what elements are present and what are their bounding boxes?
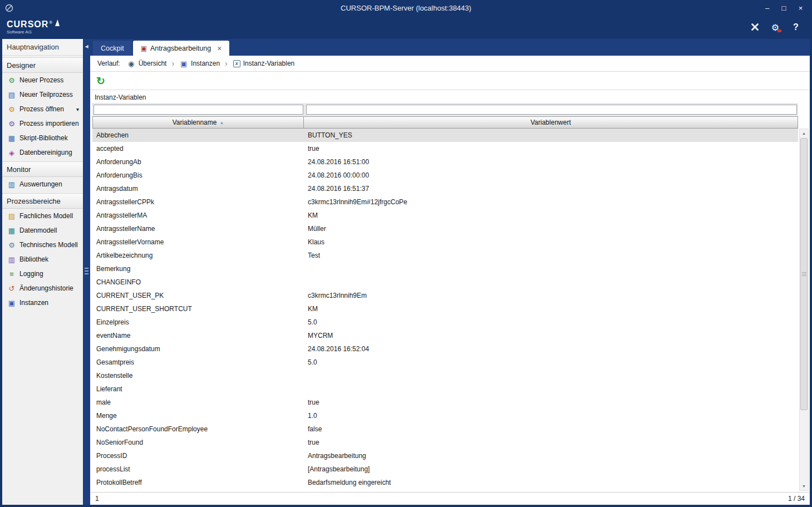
column-header-variablenname[interactable]: Variablenname▲	[92, 116, 304, 129]
table-row[interactable]: AnforderungBis24.08.2016 00:00:00	[92, 169, 798, 182]
minimize-button[interactable]: –	[763, 4, 771, 12]
sort-asc-icon: ▲	[219, 120, 224, 125]
cell-variablenwert: 5.0	[304, 356, 798, 369]
cell-variablenwert: Antragsbearbeitung	[304, 449, 798, 462]
cell-variablenname: NoSeniorFound	[92, 436, 304, 449]
table-row[interactable]: ProtokollBetreffBedarfsmeldung eingereic…	[92, 476, 798, 489]
sidebar-item-fachliches-modell[interactable]: ▤Fachliches Modell	[2, 209, 83, 223]
close-tab-icon[interactable]: ×	[217, 45, 222, 52]
table-row[interactable]: Genehmigungsdatum24.08.2016 16:52:04	[92, 342, 798, 356]
table-row[interactable]: AntragsstellerMAKM	[92, 209, 798, 222]
table-row[interactable]: eventNameMYCRM	[92, 329, 798, 342]
table-row[interactable]: AnforderungAb24.08.2016 16:51:00	[92, 155, 798, 169]
cell-variablenname: Bemerkung	[92, 262, 304, 275]
scrollbar-thumb[interactable]	[800, 138, 808, 410]
import-process-icon: ⚙	[7, 120, 16, 127]
column-header-variablenwert[interactable]: Variablenwert	[304, 116, 798, 129]
sidebar-item-prozess-importieren[interactable]: ⚙Prozess importieren	[2, 116, 83, 131]
scroll-up-button[interactable]: ▲	[800, 129, 808, 137]
cell-variablenname: NoContactPersonFoundForEmployee	[92, 422, 304, 436]
chevron-down-icon[interactable]: ▾	[76, 106, 83, 112]
tab-antragsbearbeitung[interactable]: ▣Antragsbearbeitung×	[133, 41, 230, 56]
table-row[interactable]: processList[Antragsbearbeitung]	[92, 462, 798, 476]
table-row[interactable]: CURRENT_USER_PKc3krmc13rlnnih9Em	[92, 289, 798, 302]
new-process-icon: ⚙	[7, 77, 16, 84]
cell-variablenwert	[304, 382, 798, 396]
breadcrumb: Verlauf:◉Übersicht›▣Instanzen›xInstanz-V…	[90, 56, 810, 72]
app-icon	[5, 4, 13, 12]
table-row[interactable]: ProcessIDAntragsbearbeitung	[92, 449, 798, 462]
sidebar-item-bibliothek[interactable]: ▥Bibliothek	[2, 252, 83, 267]
table-row[interactable]: CHANGEINFO	[92, 275, 798, 289]
open-process-icon: ⚙	[7, 106, 16, 113]
cell-variablenname: CURRENT_USER_SHORTCUT	[92, 302, 304, 316]
table-row[interactable]: Gesamtpreis5.0	[92, 356, 798, 369]
breadcrumb-item-instanzen[interactable]: ▣Instanzen	[179, 60, 220, 67]
splitter-grip-icon[interactable]	[85, 268, 88, 276]
sidebar-item-anderungshistorie[interactable]: ↺Änderungshistorie	[2, 281, 83, 296]
scrollbar-track[interactable]	[800, 137, 808, 482]
table-rows: AbbrechenBUTTON_YESacceptedtrueAnforderu…	[92, 129, 798, 489]
status-row-indicator: 1	[95, 495, 99, 503]
cell-variablenwert: Klaus	[304, 235, 798, 249]
vertical-scrollbar[interactable]: ▲ ▼	[799, 129, 809, 491]
tools-icon[interactable]	[749, 22, 760, 33]
sidebar-item-datenbereinigung[interactable]: ◈Datenbereinigung	[2, 145, 83, 160]
cell-variablenwert	[304, 275, 798, 289]
table-row[interactable]: AntragsstellerCPPkc3krmc13rlnnih9Em#12jf…	[92, 195, 798, 209]
table-row[interactable]: AbbrechenBUTTON_YES	[92, 129, 798, 142]
refresh-icon[interactable]: ↻	[96, 76, 105, 86]
cell-variablenname: Abbrechen	[92, 129, 304, 142]
sidebar-item-prozess-offnen[interactable]: ⚙Prozess öffnen▾	[2, 102, 83, 116]
table-row[interactable]: NoContactPersonFoundForEmployeefalse	[92, 422, 798, 436]
sidebar-item-auswertungen[interactable]: ▥Auswertungen	[2, 177, 83, 191]
cell-variablenwert: [Antragsbearbeitung]	[304, 462, 798, 476]
table-row[interactable]: ArtikelbezeichnungTest	[92, 249, 798, 262]
table-row[interactable]: Lieferant	[92, 382, 798, 396]
sidebar-item-label: Neuer Teilprozess	[19, 91, 73, 99]
maximize-button[interactable]: □	[780, 4, 788, 12]
table-row[interactable]: maletrue	[92, 396, 798, 409]
breadcrumb-item-instanz-variablen[interactable]: xInstanz-Variablen	[233, 60, 295, 67]
sidebar-title: Hauptnavigation	[2, 39, 83, 56]
sidebar-splitter[interactable]: ◀	[83, 39, 90, 505]
cell-variablenwert: Test	[304, 249, 798, 262]
scroll-down-button[interactable]: ▼	[800, 482, 808, 490]
table-row[interactable]: AntragsstellerNameMüller	[92, 222, 798, 235]
table-row[interactable]: Antragsdatum24.08.2016 16:51:37	[92, 182, 798, 195]
sidebar-item-instanzen[interactable]: ▣Instanzen	[2, 296, 83, 310]
header-icons: ⚙?	[749, 22, 810, 33]
table-row[interactable]: acceptedtrue	[92, 142, 798, 155]
sidebar-item-label: Prozess öffnen	[19, 105, 64, 113]
filter-row	[92, 103, 798, 116]
sidebar-item-technisches-modell[interactable]: ⚙Technisches Modell	[2, 238, 83, 252]
cell-variablenwert: true	[304, 142, 798, 155]
breadcrumb-item-ubersicht[interactable]: ◉Übersicht	[127, 60, 167, 67]
sidebar-item-neuer-teilprozess[interactable]: ▤Neuer Teilprozess	[2, 87, 83, 102]
collapse-sidebar-button[interactable]: ◀	[83, 44, 90, 49]
close-button[interactable]: ×	[796, 4, 805, 12]
sidebar-item-label: Prozess importieren	[19, 120, 79, 127]
help-icon[interactable]: ?	[790, 22, 801, 33]
sidebar-item-neuer-prozess[interactable]: ⚙Neuer Prozess	[2, 73, 83, 87]
sidebar-item-label: Technisches Modell	[19, 241, 78, 249]
sidebar-item-logging[interactable]: ≡Logging	[2, 267, 83, 281]
filter-input-variablenname[interactable]	[93, 105, 303, 115]
main-area: Cockpit▣Antragsbearbeitung× Verlauf:◉Übe…	[90, 39, 810, 505]
table-row[interactable]: Bemerkung	[92, 262, 798, 275]
deploy-icon[interactable]: ⚙	[770, 22, 781, 33]
sidebar-item-datenmodell[interactable]: ▦Datenmodell	[2, 223, 83, 238]
table-row[interactable]: Einzelpreis5.0	[92, 316, 798, 329]
table-row[interactable]: AntragsstellerVornameKlaus	[92, 235, 798, 249]
filter-input-variablenwert[interactable]	[306, 105, 797, 115]
sidebar-item-skript-bibliothek[interactable]: ▦Skript-Bibliothek	[2, 131, 83, 145]
table-row[interactable]: Menge1.0	[92, 409, 798, 422]
table-row[interactable]: Kostenstelle	[92, 369, 798, 382]
table-row[interactable]: NoSeniorFoundtrue	[92, 436, 798, 449]
cell-variablenname: CHANGEINFO	[92, 275, 304, 289]
thumb-grip-icon	[802, 272, 806, 277]
tab-cockpit[interactable]: Cockpit	[93, 41, 132, 56]
table-row[interactable]: CURRENT_USER_SHORTCUTKM	[92, 302, 798, 316]
breadcrumb-chevron-icon: ›	[171, 59, 174, 68]
breadcrumb-item-label: Instanzen	[191, 60, 220, 67]
